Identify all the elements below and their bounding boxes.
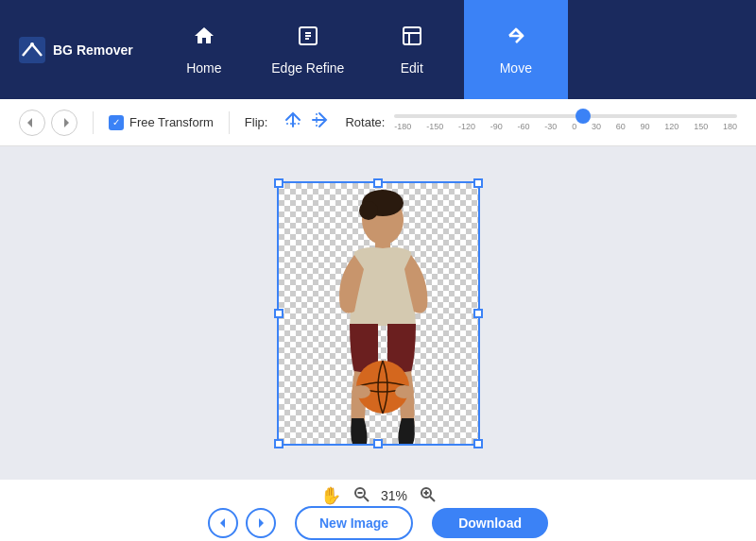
svg-rect-3 [404,27,421,44]
svg-rect-0 [19,37,45,63]
handle-bottom-left[interactable] [274,439,284,448]
redo-button[interactable] [51,110,77,136]
hand-tool-icon[interactable]: ✋ [320,485,341,506]
flip-vertical-button[interactable] [309,110,330,135]
handle-top-right[interactable] [473,178,483,188]
tab-move-label: Move [500,60,532,76]
home-icon [193,25,215,53]
handle-middle-left[interactable] [274,309,284,318]
canvas-area [0,146,756,480]
tab-edge-refine-label: Edge Refine [271,60,344,76]
tab-edit[interactable]: Edit [360,0,464,99]
tab-home-label: Home [186,60,221,76]
image-container[interactable] [277,181,480,446]
edit-icon [401,25,423,53]
nav-tabs: Home Edge Refine Edit Move [152,0,568,99]
bottom-bar: ✋ 31% New Image Download [0,480,756,541]
move-icon [505,25,527,53]
svg-point-9 [352,385,370,398]
divider-2 [229,111,230,134]
nav-arrows-bottom [208,508,276,538]
rotate-slider-container: -180 -150 -120 -90 -60 -30 0 30 60 90 12… [394,109,737,137]
handle-top-middle[interactable] [373,178,383,188]
undo-button[interactable] [19,110,45,136]
free-transform-toggle[interactable]: ✓ Free Transform [109,115,214,130]
rotate-label: Rotate: [345,115,385,129]
rotate-ticks: -180 -150 -120 -90 -60 -30 0 30 60 90 12… [394,122,737,131]
zoom-out-icon[interactable] [352,485,369,506]
rotate-section: Rotate: -180 -150 -120 -90 -60 -30 0 30 … [345,109,737,137]
prev-arrow-button[interactable] [208,508,238,538]
tab-edit-label: Edit [401,60,423,76]
toolbar-nav [19,110,77,136]
svg-point-6 [359,201,378,220]
person-image [293,184,463,444]
svg-point-10 [395,385,414,398]
zoom-controls: ✋ 31% [320,485,436,506]
rotate-scale: -180 -150 -120 -90 -60 -30 0 30 60 90 12… [394,114,737,131]
app-title: BG Remover [53,42,133,58]
free-transform-label: Free Transform [129,115,214,129]
handle-bottom-right[interactable] [473,439,483,448]
header: BG Remover Home Edge Refine Edit [0,0,756,99]
zoom-in-icon[interactable] [419,485,436,506]
rotate-track[interactable] [394,114,737,118]
svg-line-17 [430,497,435,501]
zoom-percent: 31% [381,488,407,503]
flip-buttons [283,110,330,135]
tab-home[interactable]: Home [152,0,256,99]
new-image-button[interactable]: New Image [295,506,413,540]
app-logo: BG Remover [0,37,152,63]
handle-middle-right[interactable] [473,309,483,318]
free-transform-checkbox[interactable]: ✓ [109,115,124,130]
tab-move[interactable]: Move [464,0,568,99]
svg-line-13 [364,497,369,501]
bottom-actions: New Image Download [208,506,548,540]
tab-edge-refine[interactable]: Edge Refine [256,0,360,99]
rotate-thumb[interactable] [576,109,591,124]
handle-top-left[interactable] [274,178,284,188]
flip-label: Flip: [245,115,268,129]
logo-icon [19,37,45,63]
next-arrow-button[interactable] [246,508,276,538]
handle-bottom-middle[interactable] [373,439,383,448]
download-button[interactable]: Download [432,508,548,538]
flip-horizontal-button[interactable] [283,110,303,135]
svg-point-1 [30,42,34,46]
edge-refine-icon [297,25,319,53]
divider-1 [93,111,94,134]
toolbar: ✓ Free Transform Flip: Rotate: -180 -150… [0,99,756,146]
